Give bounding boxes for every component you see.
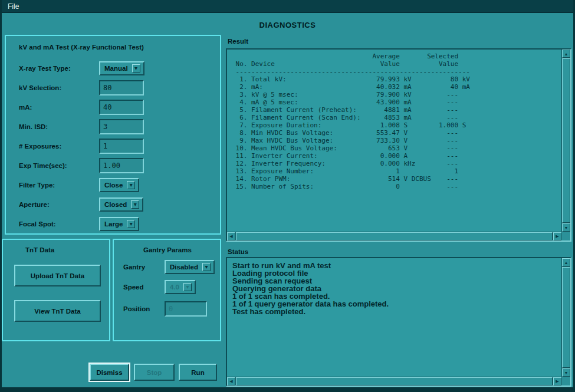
- dropdown-indicator-icon: [127, 220, 135, 228]
- exposures-label: # Exposures:: [19, 139, 61, 154]
- form-row-aperture: Aperture: Closed: [19, 197, 216, 212]
- scrollbar-corner: [561, 377, 570, 386]
- result-table: Average Selected No. Device Value Value …: [227, 50, 561, 193]
- menu-bar: File: [2, 0, 573, 13]
- form-row-gantry: Gantry Disabled: [123, 259, 216, 275]
- focal-spot-value: Large: [104, 220, 123, 228]
- scroll-down-icon[interactable]: [562, 368, 570, 377]
- xray-test-type-label: X-ray Test Type:: [19, 61, 71, 76]
- upload-tnt-data-button[interactable]: Upload TnT Data: [14, 265, 101, 286]
- speed-dropdown: 4.0: [165, 280, 196, 294]
- form-row-speed: Speed 4.0: [123, 279, 216, 295]
- form-row-filter-type: Filter Type: Close: [19, 177, 216, 193]
- focal-spot-label: Focal Spot:: [19, 216, 56, 232]
- form-row-focal-spot: Focal Spot: Large: [19, 216, 216, 232]
- view-tnt-data-button[interactable]: View TnT Data: [14, 300, 101, 322]
- status-label: Status: [228, 248, 248, 255]
- exp-time-input[interactable]: [99, 158, 144, 173]
- exp-time-label: Exp Time(sec):: [19, 158, 67, 173]
- tnt-panel-title: TnT Data: [25, 246, 54, 253]
- filter-type-value: Close: [104, 182, 123, 189]
- dismiss-button[interactable]: Dismiss: [90, 364, 129, 381]
- gantry-panel-title: Gantry Params: [143, 246, 192, 253]
- scroll-down-icon[interactable]: [562, 223, 570, 232]
- result-hscroll-thumb[interactable]: [236, 232, 553, 241]
- scroll-right-icon[interactable]: [553, 232, 561, 241]
- status-box: Start to run kV and mA testLoading proto…: [226, 257, 571, 387]
- form-row-xray-test-type: X-ray Test Type: Manual: [19, 61, 216, 76]
- scroll-up-icon[interactable]: [562, 50, 570, 58]
- form-row-exp-time: Exp Time(sec):: [19, 158, 216, 173]
- dropdown-indicator-icon: [127, 181, 135, 189]
- scroll-left-icon[interactable]: [227, 377, 235, 386]
- aperture-value: Closed: [104, 201, 127, 208]
- ma-input[interactable]: [99, 100, 144, 115]
- status-vscroll-thumb[interactable]: [562, 267, 570, 368]
- position-input: [165, 301, 207, 317]
- form-row-ma: mA:: [19, 100, 216, 115]
- status-line: Test has completed.: [232, 308, 556, 315]
- status-hscroll-thumb[interactable]: [236, 377, 553, 386]
- ma-label: mA:: [19, 100, 32, 115]
- status-horizontal-scrollbar[interactable]: [227, 377, 561, 386]
- run-button[interactable]: Run: [179, 364, 217, 381]
- gantry-params-panel: Gantry Params Gantry Disabled Speed 4.0 …: [113, 239, 221, 341]
- focal-spot-dropdown[interactable]: Large: [99, 217, 139, 231]
- form-row-position: Position: [123, 301, 216, 317]
- min-isd-label: Min. ISD:: [19, 119, 48, 134]
- min-isd-input[interactable]: [99, 119, 144, 134]
- result-vscroll-thumb[interactable]: [562, 58, 570, 223]
- form-row-exposures: # Exposures:: [19, 139, 216, 154]
- xray-test-type-value: Manual: [104, 65, 128, 72]
- result-horizontal-scrollbar[interactable]: [227, 232, 561, 241]
- status-vertical-scrollbar[interactable]: [561, 258, 570, 377]
- scroll-up-icon[interactable]: [562, 258, 570, 266]
- status-text: Start to run kV and mA testLoading proto…: [227, 258, 561, 319]
- speed-value: 4.0: [170, 284, 179, 291]
- dropdown-indicator-icon: [132, 64, 140, 73]
- stop-button: Stop: [134, 364, 175, 381]
- gantry-value: Disabled: [170, 263, 198, 271]
- menu-file[interactable]: File: [2, 2, 25, 11]
- tnt-data-panel: TnT Data Upload TnT Data View TnT Data: [2, 239, 110, 341]
- diagnostics-window: File DIAGNOSTICS kV and mA Test (X-ray F…: [0, 0, 575, 392]
- kv-ma-test-panel: kV and mA Test (X-ray Functional Test) X…: [5, 35, 221, 235]
- xray-test-type-dropdown[interactable]: Manual: [99, 61, 144, 75]
- scroll-right-icon[interactable]: [553, 377, 561, 386]
- form-row-kv-selection: kV Selection:: [19, 80, 216, 95]
- filter-type-label: Filter Type:: [19, 177, 55, 193]
- status-content: Start to run kV and mA testLoading proto…: [227, 258, 561, 377]
- position-label: Position: [123, 301, 150, 317]
- aperture-dropdown[interactable]: Closed: [99, 197, 143, 212]
- speed-label: Speed: [123, 279, 144, 295]
- dropdown-indicator-icon: [183, 283, 192, 291]
- kv-selection-input[interactable]: [99, 80, 144, 95]
- gantry-dropdown[interactable]: Disabled: [165, 260, 215, 274]
- test-panel-title: kV and mA Test (X-ray Functional Test): [19, 44, 144, 51]
- result-content: Average Selected No. Device Value Value …: [227, 50, 561, 232]
- kv-selection-label: kV Selection:: [19, 80, 61, 95]
- exposures-input[interactable]: [99, 139, 144, 154]
- scrollbar-corner: [561, 232, 570, 241]
- dropdown-indicator-icon: [202, 263, 211, 271]
- result-box: Average Selected No. Device Value Value …: [226, 48, 571, 242]
- page-title: DIAGNOSTICS: [2, 21, 573, 29]
- form-row-min-isd: Min. ISD:: [19, 119, 216, 134]
- filter-type-dropdown[interactable]: Close: [99, 178, 139, 192]
- result-label: Result: [228, 38, 248, 45]
- dropdown-indicator-icon: [131, 200, 139, 209]
- gantry-label: Gantry: [123, 259, 145, 275]
- aperture-label: Aperture:: [19, 197, 50, 212]
- scroll-left-icon[interactable]: [227, 232, 235, 241]
- result-vertical-scrollbar[interactable]: [561, 50, 570, 232]
